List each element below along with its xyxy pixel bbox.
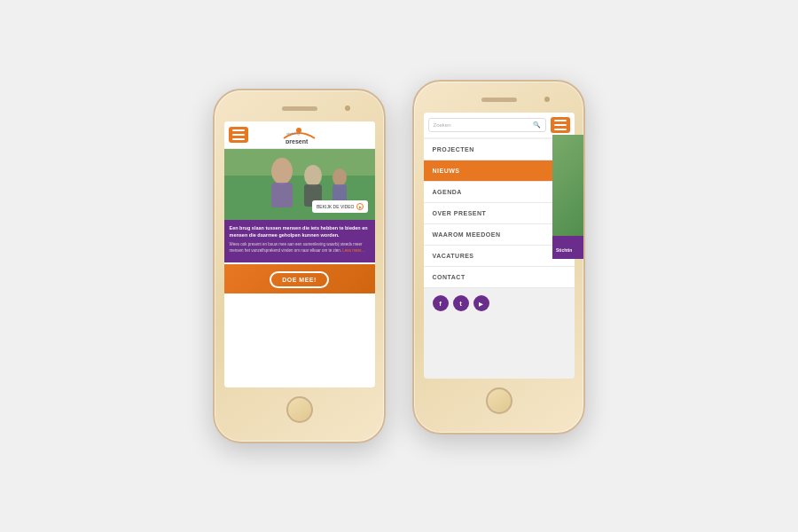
play-triangle: ▶ bbox=[359, 205, 362, 209]
menu-item-vacatures[interactable]: VACATURES bbox=[424, 246, 575, 267]
phone-1-content: present stichting bbox=[224, 121, 375, 387]
menu-item-waarom-meedoen[interactable]: WAAROM MEEDOEN bbox=[424, 224, 575, 246]
phone-2-bottom bbox=[486, 383, 512, 419]
svg-text:present: present bbox=[286, 138, 309, 144]
phone-2-content: Zoeken 🔍 PROJECTEN NIEUWS AGENDA OVER PR… bbox=[424, 113, 575, 379]
menu-button-2[interactable] bbox=[551, 117, 570, 133]
facebook-icon[interactable]: f bbox=[433, 295, 449, 311]
svg-point-9 bbox=[332, 168, 347, 186]
twitter-icon[interactable]: t bbox=[453, 295, 469, 311]
youtube-icon[interactable]: ▶ bbox=[473, 295, 489, 311]
main-content: Een brug slaan tussen mensen die iets he… bbox=[224, 220, 375, 262]
logo-svg: present stichting bbox=[279, 126, 319, 144]
hamburger-line-1 bbox=[232, 129, 245, 131]
side-label: Stichtin bbox=[552, 236, 575, 259]
phone-1-screen: present stichting bbox=[224, 121, 375, 387]
body-text: Wees ook present en bouw mee aan een sam… bbox=[230, 242, 370, 254]
cta-area: DOE MEE! bbox=[224, 264, 375, 293]
play-icon: ▶ bbox=[356, 203, 364, 210]
phone-1-home-button[interactable] bbox=[286, 396, 313, 423]
headline: Een brug slaan tussen mensen die iets he… bbox=[230, 225, 370, 239]
search-icon: 🔍 bbox=[533, 121, 541, 129]
phone-1-camera bbox=[345, 106, 350, 111]
social-icons: f t ▶ bbox=[424, 288, 575, 318]
phone-1-bottom bbox=[286, 392, 313, 427]
svg-rect-6 bbox=[271, 183, 293, 207]
video-btn-label: BEKIJK DE VIDEO bbox=[317, 204, 355, 209]
hamburger-button[interactable] bbox=[229, 127, 248, 143]
phone-1-header: present stichting bbox=[224, 121, 375, 149]
logo: present stichting bbox=[279, 126, 319, 144]
svg-point-5 bbox=[271, 158, 293, 184]
phone-2: Zoeken 🔍 PROJECTEN NIEUWS AGENDA OVER PR… bbox=[412, 80, 585, 434]
svg-text:stichting: stichting bbox=[286, 131, 300, 136]
phone-1-speaker bbox=[282, 106, 317, 111]
video-button[interactable]: BEKIJK DE VIDEO ▶ bbox=[312, 200, 368, 213]
phone-2-camera bbox=[544, 97, 550, 102]
search-placeholder: Zoeken bbox=[434, 122, 451, 128]
menu-list: PROJECTEN NIEUWS AGENDA OVER PRESENT WAA… bbox=[424, 139, 575, 288]
side-bleed: Stichtin bbox=[552, 135, 575, 259]
hamburger-line-5 bbox=[554, 124, 567, 126]
svg-point-7 bbox=[304, 165, 322, 186]
hamburger-line-4 bbox=[554, 120, 567, 121]
phone-2-speaker bbox=[481, 98, 517, 102]
menu-item-agenda[interactable]: AGENDA bbox=[424, 182, 575, 203]
menu-item-over-present[interactable]: OVER PRESENT bbox=[424, 203, 575, 224]
hero-image: BEKIJK DE VIDEO ▶ bbox=[224, 149, 375, 220]
menu-item-nieuws[interactable]: NIEUWS bbox=[424, 160, 575, 182]
menu-item-contact[interactable]: CONTACT bbox=[424, 267, 575, 288]
phone-1-top bbox=[215, 99, 384, 117]
search-box[interactable]: Zoeken 🔍 bbox=[428, 118, 546, 132]
cta-button[interactable]: DOE MEE! bbox=[270, 271, 329, 288]
phone-2-top bbox=[414, 90, 583, 108]
side-label-text: Stichtin bbox=[556, 247, 572, 253]
phone-2-screen: Zoeken 🔍 PROJECTEN NIEUWS AGENDA OVER PR… bbox=[424, 113, 575, 379]
read-more-link[interactable]: Lees meer... bbox=[342, 248, 364, 253]
svg-rect-4 bbox=[224, 176, 375, 220]
phone-2-home-button[interactable] bbox=[486, 387, 512, 414]
phone-1: present stichting bbox=[213, 89, 386, 443]
hamburger-line-2 bbox=[232, 134, 245, 136]
hamburger-line-3 bbox=[232, 138, 245, 140]
phone-2-header: Zoeken 🔍 bbox=[424, 113, 575, 137]
hamburger-line-6 bbox=[554, 129, 567, 130]
scene: present stichting bbox=[213, 89, 585, 443]
menu-item-projecten[interactable]: PROJECTEN bbox=[424, 139, 575, 160]
